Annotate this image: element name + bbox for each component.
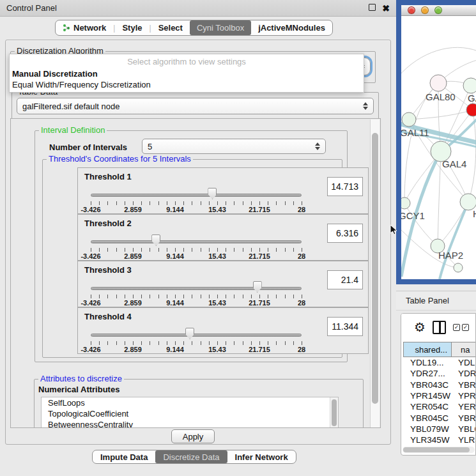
attributes-groupbox: Attributes to discretize Numerical Attri… [34,379,364,428]
table-cell[interactable]: YBL0 [452,424,476,434]
slider-tick [251,248,252,252]
bottom-tab-impute-data[interactable]: Impute Data [93,450,155,463]
minimize-traffic-icon[interactable] [421,6,429,14]
table-cell[interactable]: YBL079W [403,424,452,434]
threshold-slider-track[interactable] [91,334,302,337]
table-cell[interactable]: YBR043C [403,380,452,390]
tab-cyni-toolbox[interactable]: Cyni Toolbox [190,20,251,35]
slider-tick [91,295,91,298]
table-cell[interactable]: YER054C [403,402,452,411]
tab-style[interactable]: Style [115,20,149,35]
network-node-label: GCY1 [401,210,425,221]
table-cell[interactable]: YER0 [452,402,476,411]
attributes-scrollbar[interactable] [330,397,338,428]
threshold-slider-track[interactable] [91,287,302,290]
slider-tick-label: 28 [298,252,305,260]
network-node-node-top-right[interactable] [463,78,476,93]
table-row[interactable]: YDR27...YDR2 [403,368,476,379]
checkbox-icon[interactable]: ✓ [462,324,469,331]
table-row[interactable]: YDL19...YDL1 [403,357,476,368]
tab-jactivemnodules[interactable]: jActiveMNodules [251,20,332,35]
threshold-label: Threshold 4 [84,312,132,321]
attributes-list[interactable]: SelfLoopsTopologicalCoefficientBetweenne… [41,397,339,428]
bottom-tab-infer-network[interactable]: Infer Network [227,450,296,463]
table-row[interactable]: YBR043CYBR0 [403,380,476,390]
slider-tick [167,341,167,345]
network-node-GCY1[interactable] [401,197,410,209]
num-intervals-combobox[interactable]: 5 [142,139,326,154]
float-window-button[interactable] [369,4,376,12]
table-cell[interactable]: YBR0 [452,380,476,390]
threshold-slider-thumb[interactable] [208,188,217,199]
slider-tick-label: 15.43 [208,299,226,307]
attributes-scrollbar-thumb[interactable] [332,399,337,426]
close-traffic-icon[interactable] [408,6,415,14]
slider-tick [133,248,134,252]
table-data-combobox[interactable]: galFiltered.sif default node [17,98,374,114]
attribute-list-item[interactable]: TopologicalCoefficient [42,408,338,419]
horizontal-scrollbar[interactable] [403,447,475,453]
zoom-traffic-icon[interactable] [434,6,442,14]
horizontal-scrollbar-thumb[interactable] [403,447,470,452]
bottom-tab-discretize-data[interactable]: Discretize Data [155,450,227,463]
close-icon[interactable]: ✖ [382,4,390,13]
table-row[interactable]: YBL079WYBL0 [403,424,476,434]
vertical-scrollbar[interactable] [370,119,380,428]
slider-tick [99,201,100,205]
tab-network[interactable]: Network [56,20,113,35]
network-node-GAL11[interactable] [402,112,416,127]
threshold-value-field[interactable]: 6.316 [327,224,363,243]
table-cell[interactable]: YDR2 [452,369,476,378]
combo-spinner-icon [315,142,320,150]
checkbox-icon[interactable]: ✓ [453,324,460,331]
slider-tick [183,248,184,252]
table-column-header[interactable]: na [452,342,476,357]
column-view-icon[interactable] [433,321,446,334]
table-row[interactable]: YBR045CYBR0 [403,412,476,423]
dropdown-option[interactable]: Manual Discretization [10,68,364,79]
threshold-slider-thumb[interactable] [185,328,194,339]
threshold-slider-track[interactable] [91,240,302,243]
network-canvas[interactable]: GAL80GACGAL11GAL4GCY1HAHAP2 [401,16,476,279]
table-cell[interactable]: YDR27... [403,369,452,378]
threshold-slider-track[interactable] [91,194,302,197]
attribute-list-item[interactable]: SelfLoops [42,397,338,408]
network-view-window[interactable]: GAL80GACGAL11GAL4GCY1HAHAP2 [396,0,476,284]
network-node-node-bottom-small[interactable] [454,263,463,272]
threshold-slider-thumb[interactable] [151,234,160,246]
table-cell[interactable]: YBR0 [452,413,476,423]
slider-tick-label: 9.144 [166,206,184,213]
slider-tick [150,201,150,205]
slider-tick [150,295,150,298]
threshold-value-field[interactable]: 21.4 [327,270,363,289]
control-panel-titlebar: Control Panel ✖ [0,0,396,17]
network-node-GAL80[interactable] [430,75,447,91]
table-cell[interactable]: YBR045C [403,413,452,423]
table-row[interactable]: YLR345WYLR3 [403,434,476,445]
table-cell[interactable]: YPR145W [403,391,452,401]
table-cell[interactable]: YLR345W [403,435,452,445]
network-node-red-node[interactable] [466,104,476,116]
threshold-value-field[interactable]: 14.713 [327,177,363,196]
table-cell[interactable]: YDL1 [452,358,476,367]
gear-icon[interactable]: ⚙ [414,321,426,334]
dropdown-option[interactable]: Equal Width/Frequency Discretization [10,79,364,90]
threshold-value-field[interactable]: 11.344 [327,317,363,336]
vertical-scrollbar-thumb[interactable] [372,133,378,404]
slider-tick [107,201,108,205]
apply-button[interactable]: Apply [171,429,215,443]
control-panel: Control Panel ✖ Network|Style|SelectCyni… [0,0,396,476]
network-node-label: HAP2 [438,250,463,261]
settings-scroll-area: Interval Definition Number of Intervals … [10,118,381,428]
table-row[interactable]: YER054CYER0 [403,401,476,412]
table-column-header[interactable]: shared... [403,342,452,357]
threshold-label: Threshold 1 [84,172,132,181]
table-cell[interactable]: YLR3 [452,435,476,445]
table-cell[interactable]: YDL19... [403,358,452,367]
table-cell[interactable]: YPR1 [452,391,476,401]
attribute-list-item[interactable]: BetweennessCentrality [42,419,338,428]
threshold-slider-thumb[interactable] [253,281,262,293]
network-edge [409,110,473,119]
tab-select[interactable]: Select [151,20,190,35]
table-row[interactable]: YPR145WYPR1 [403,390,476,401]
